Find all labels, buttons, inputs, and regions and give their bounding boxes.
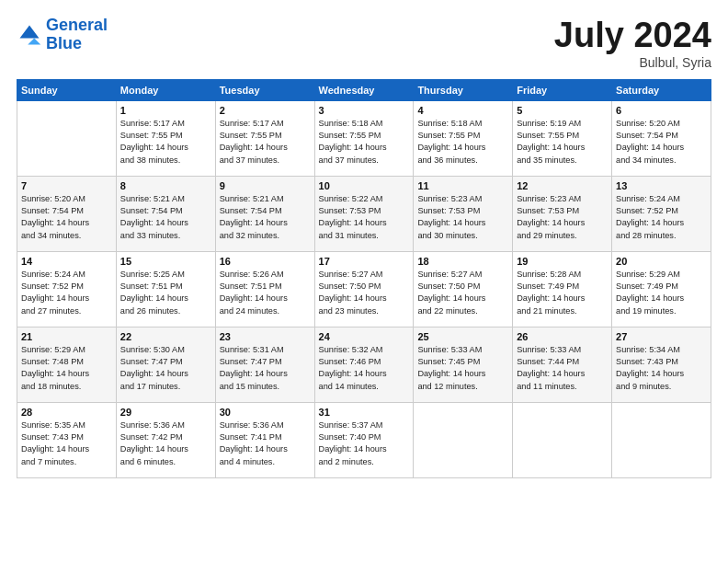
calendar-cell: 26Sunrise: 5:33 AM Sunset: 7:44 PM Dayli…: [513, 327, 612, 402]
calendar-cell: 25Sunrise: 5:33 AM Sunset: 7:45 PM Dayli…: [414, 327, 513, 402]
day-info: Sunrise: 5:34 AM Sunset: 7:43 PM Dayligh…: [616, 344, 707, 393]
calendar-cell: [17, 100, 117, 176]
calendar-cell: 4Sunrise: 5:18 AM Sunset: 7:55 PM Daylig…: [414, 100, 513, 176]
weekday-header: Friday: [513, 79, 612, 100]
calendar-body: 1Sunrise: 5:17 AM Sunset: 7:55 PM Daylig…: [17, 100, 711, 477]
day-info: Sunrise: 5:30 AM Sunset: 7:47 PM Dayligh…: [120, 344, 211, 393]
day-number: 9: [220, 180, 311, 191]
day-number: 2: [220, 105, 311, 116]
day-number: 27: [616, 331, 707, 342]
weekday-header: Tuesday: [215, 79, 314, 100]
day-info: Sunrise: 5:20 AM Sunset: 7:54 PM Dayligh…: [616, 118, 707, 167]
day-number: 17: [319, 256, 410, 267]
calendar-week-row: 7Sunrise: 5:20 AM Sunset: 7:54 PM Daylig…: [17, 176, 711, 251]
calendar-cell: 1Sunrise: 5:17 AM Sunset: 7:55 PM Daylig…: [116, 100, 215, 176]
calendar-cell: 11Sunrise: 5:23 AM Sunset: 7:53 PM Dayli…: [414, 176, 513, 251]
day-number: 1: [120, 105, 211, 116]
day-info: Sunrise: 5:33 AM Sunset: 7:44 PM Dayligh…: [517, 344, 608, 393]
day-info: Sunrise: 5:28 AM Sunset: 7:49 PM Dayligh…: [517, 269, 608, 317]
logo-text: General Blue: [46, 17, 108, 53]
day-number: 28: [21, 407, 112, 418]
day-info: Sunrise: 5:21 AM Sunset: 7:54 PM Dayligh…: [120, 193, 211, 242]
day-number: 24: [319, 331, 410, 342]
weekday-header: Monday: [116, 79, 215, 100]
title-block: July 2024 Bulbul, Syria: [554, 17, 711, 70]
calendar-cell: 24Sunrise: 5:32 AM Sunset: 7:46 PM Dayli…: [314, 327, 414, 402]
calendar-cell: 19Sunrise: 5:28 AM Sunset: 7:49 PM Dayli…: [513, 251, 612, 327]
weekday-header: Saturday: [612, 79, 711, 100]
calendar-header: SundayMondayTuesdayWednesdayThursdayFrid…: [17, 79, 711, 100]
day-info: Sunrise: 5:33 AM Sunset: 7:45 PM Dayligh…: [417, 344, 508, 393]
day-info: Sunrise: 5:31 AM Sunset: 7:47 PM Dayligh…: [220, 344, 311, 393]
calendar-week-row: 14Sunrise: 5:24 AM Sunset: 7:52 PM Dayli…: [17, 251, 711, 327]
calendar-cell: 31Sunrise: 5:37 AM Sunset: 7:40 PM Dayli…: [314, 402, 414, 477]
weekday-row: SundayMondayTuesdayWednesdayThursdayFrid…: [17, 79, 711, 100]
weekday-header: Sunday: [17, 79, 117, 100]
day-number: 25: [417, 331, 508, 342]
day-number: 30: [220, 407, 311, 418]
calendar-cell: [414, 402, 513, 477]
calendar-cell: 21Sunrise: 5:29 AM Sunset: 7:48 PM Dayli…: [17, 327, 117, 402]
calendar-cell: 12Sunrise: 5:23 AM Sunset: 7:53 PM Dayli…: [513, 176, 612, 251]
calendar-cell: 8Sunrise: 5:21 AM Sunset: 7:54 PM Daylig…: [116, 176, 215, 251]
calendar-cell: 16Sunrise: 5:26 AM Sunset: 7:51 PM Dayli…: [215, 251, 314, 327]
day-number: 5: [517, 105, 608, 116]
calendar-cell: 5Sunrise: 5:19 AM Sunset: 7:55 PM Daylig…: [513, 100, 612, 176]
day-number: 8: [120, 180, 211, 191]
calendar-cell: [612, 402, 711, 477]
day-info: Sunrise: 5:24 AM Sunset: 7:52 PM Dayligh…: [616, 193, 707, 242]
day-info: Sunrise: 5:17 AM Sunset: 7:55 PM Dayligh…: [120, 118, 211, 167]
calendar-cell: [513, 402, 612, 477]
day-number: 18: [417, 256, 508, 267]
day-number: 6: [616, 105, 707, 116]
calendar-cell: 30Sunrise: 5:36 AM Sunset: 7:41 PM Dayli…: [215, 402, 314, 477]
calendar-cell: 27Sunrise: 5:34 AM Sunset: 7:43 PM Dayli…: [612, 327, 711, 402]
svg-marker-1: [28, 38, 40, 44]
calendar-week-row: 21Sunrise: 5:29 AM Sunset: 7:48 PM Dayli…: [17, 327, 711, 402]
day-number: 10: [319, 180, 410, 191]
logo: General Blue: [17, 17, 108, 53]
weekday-header: Wednesday: [314, 79, 414, 100]
calendar-cell: 14Sunrise: 5:24 AM Sunset: 7:52 PM Dayli…: [17, 251, 117, 327]
day-number: 13: [616, 180, 707, 191]
day-info: Sunrise: 5:26 AM Sunset: 7:51 PM Dayligh…: [220, 269, 311, 317]
header: General Blue July 2024 Bulbul, Syria: [17, 17, 711, 70]
logo-line1: General: [46, 16, 108, 34]
svg-marker-0: [20, 25, 40, 38]
day-info: Sunrise: 5:32 AM Sunset: 7:46 PM Dayligh…: [319, 344, 410, 393]
day-info: Sunrise: 5:27 AM Sunset: 7:50 PM Dayligh…: [319, 269, 410, 317]
calendar-table: SundayMondayTuesdayWednesdayThursdayFrid…: [17, 79, 711, 478]
day-info: Sunrise: 5:29 AM Sunset: 7:48 PM Dayligh…: [21, 344, 112, 393]
day-number: 19: [517, 256, 608, 267]
month-year: July 2024: [554, 17, 711, 55]
day-number: 3: [319, 105, 410, 116]
logo-icon: [17, 22, 42, 48]
day-number: 7: [21, 180, 112, 191]
day-number: 14: [21, 256, 112, 267]
day-info: Sunrise: 5:21 AM Sunset: 7:54 PM Dayligh…: [220, 193, 311, 242]
day-info: Sunrise: 5:19 AM Sunset: 7:55 PM Dayligh…: [517, 118, 608, 167]
calendar-cell: 29Sunrise: 5:36 AM Sunset: 7:42 PM Dayli…: [116, 402, 215, 477]
day-info: Sunrise: 5:17 AM Sunset: 7:55 PM Dayligh…: [220, 118, 311, 167]
day-number: 15: [120, 256, 211, 267]
day-info: Sunrise: 5:20 AM Sunset: 7:54 PM Dayligh…: [21, 193, 112, 242]
calendar-cell: 20Sunrise: 5:29 AM Sunset: 7:49 PM Dayli…: [612, 251, 711, 327]
calendar-cell: 28Sunrise: 5:35 AM Sunset: 7:43 PM Dayli…: [17, 402, 117, 477]
day-info: Sunrise: 5:35 AM Sunset: 7:43 PM Dayligh…: [21, 419, 112, 468]
day-info: Sunrise: 5:23 AM Sunset: 7:53 PM Dayligh…: [417, 193, 508, 242]
day-info: Sunrise: 5:18 AM Sunset: 7:55 PM Dayligh…: [319, 118, 410, 167]
day-number: 16: [220, 256, 311, 267]
calendar-cell: 17Sunrise: 5:27 AM Sunset: 7:50 PM Dayli…: [314, 251, 414, 327]
calendar-cell: 10Sunrise: 5:22 AM Sunset: 7:53 PM Dayli…: [314, 176, 414, 251]
day-info: Sunrise: 5:37 AM Sunset: 7:40 PM Dayligh…: [319, 419, 410, 468]
calendar-cell: 7Sunrise: 5:20 AM Sunset: 7:54 PM Daylig…: [17, 176, 117, 251]
logo-line2: Blue: [46, 34, 82, 52]
day-number: 22: [120, 331, 211, 342]
calendar-cell: 13Sunrise: 5:24 AM Sunset: 7:52 PM Dayli…: [612, 176, 711, 251]
day-info: Sunrise: 5:18 AM Sunset: 7:55 PM Dayligh…: [417, 118, 508, 167]
weekday-header: Thursday: [414, 79, 513, 100]
day-info: Sunrise: 5:22 AM Sunset: 7:53 PM Dayligh…: [319, 193, 410, 242]
calendar-cell: 23Sunrise: 5:31 AM Sunset: 7:47 PM Dayli…: [215, 327, 314, 402]
day-number: 11: [417, 180, 508, 191]
calendar-cell: 6Sunrise: 5:20 AM Sunset: 7:54 PM Daylig…: [612, 100, 711, 176]
